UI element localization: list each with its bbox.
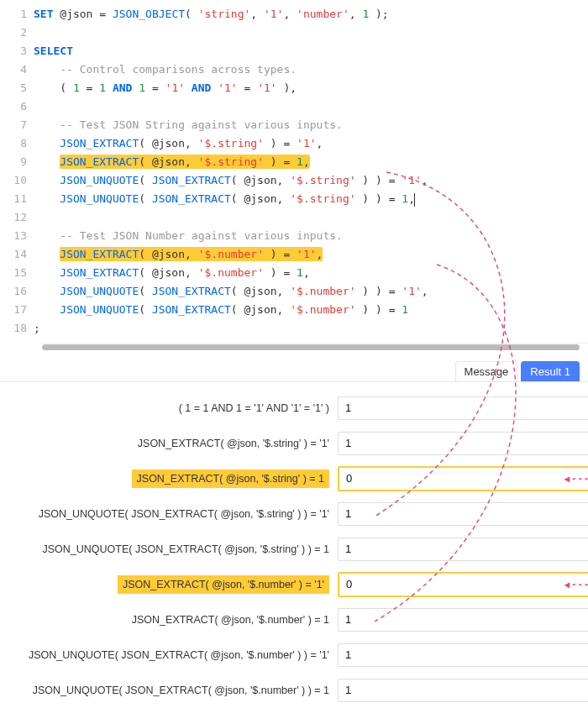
result-row: ( 1 = 1 AND 1 = '1' AND '1' = '1' )1 xyxy=(0,391,588,426)
result-label: JSON_EXTRACT( @json, '$.number' ) = '1' xyxy=(0,575,329,594)
result-row: JSON_EXTRACT( @json, '$.number' ) = 11 xyxy=(0,602,588,637)
result-value: 1 xyxy=(338,538,588,561)
result-label: JSON_UNQUOTE( JSON_EXTRACT( @json, '$.nu… xyxy=(0,685,329,696)
code-editor[interactable]: 123456789101112131415161718 SET @json = … xyxy=(0,0,588,343)
result-label: JSON_EXTRACT( @json, '$.string' ) = '1' xyxy=(0,438,329,449)
scrollbar-thumb[interactable] xyxy=(42,344,580,350)
line-number: 6 xyxy=(0,97,27,116)
line-number: 13 xyxy=(0,227,27,245)
code-line[interactable]: ; xyxy=(34,319,588,338)
line-number: 17 xyxy=(0,301,27,319)
result-label: JSON_UNQUOTE( JSON_EXTRACT( @json, '$.nu… xyxy=(0,649,329,661)
code-line[interactable]: -- Test JSON String against various inpu… xyxy=(34,116,588,134)
code-line[interactable]: SET @json = JSON_OBJECT( 'string', '1', … xyxy=(34,5,588,24)
tab-result1[interactable]: Result 1 xyxy=(521,361,580,381)
result-value: 0 xyxy=(338,572,588,597)
text-cursor xyxy=(414,193,415,207)
line-number: 14 xyxy=(0,245,27,264)
line-number: 16 xyxy=(0,282,27,301)
result-label: JSON_EXTRACT( @json, '$.number' ) = 1 xyxy=(0,614,329,626)
result-value: 1 xyxy=(338,608,588,632)
result-value: 1 xyxy=(338,643,588,667)
line-number: 3 xyxy=(0,42,27,60)
line-number: 8 xyxy=(0,134,27,153)
code-line[interactable]: -- Test JSON Number against various inpu… xyxy=(34,227,588,245)
line-gutter: 123456789101112131415161718 xyxy=(0,0,34,343)
result-value: 1 xyxy=(338,502,588,526)
result-value: 1 xyxy=(338,396,588,420)
line-number: 9 xyxy=(0,153,27,171)
code-line[interactable]: JSON_UNQUOTE( JSON_EXTRACT( @json, '$.nu… xyxy=(34,282,588,301)
line-number: 5 xyxy=(0,79,27,97)
line-number: 12 xyxy=(0,208,27,227)
result-row: JSON_UNQUOTE( JSON_EXTRACT( @json, '$.nu… xyxy=(0,637,588,673)
code-line[interactable] xyxy=(34,97,588,116)
code-line[interactable]: -- Control comparisons across types. xyxy=(34,60,588,79)
result-value: 1 xyxy=(338,432,588,455)
tab-message[interactable]: Message xyxy=(455,361,518,381)
code-line[interactable]: JSON_UNQUOTE( JSON_EXTRACT( @json, '$.st… xyxy=(34,190,588,208)
code-line[interactable]: JSON_EXTRACT( @json, '$.number' ) = 1, xyxy=(34,264,588,282)
line-number: 4 xyxy=(0,60,27,79)
code-line[interactable] xyxy=(34,208,588,227)
code-line[interactable]: SELECT xyxy=(34,42,588,60)
code-line[interactable]: JSON_EXTRACT( @json, '$.string' ) = '1', xyxy=(34,134,588,153)
result-row: JSON_UNQUOTE( JSON_EXTRACT( @json, '$.st… xyxy=(0,532,588,567)
result-row: JSON_UNQUOTE( JSON_EXTRACT( @json, '$.st… xyxy=(0,496,588,532)
result-label: ( 1 = 1 AND 1 = '1' AND '1' = '1' ) xyxy=(0,402,329,414)
code-line[interactable] xyxy=(34,24,588,42)
code-line[interactable]: JSON_EXTRACT( @json, '$.string' ) = 1, xyxy=(34,153,588,171)
line-number: 15 xyxy=(0,264,27,282)
result-row: JSON_EXTRACT( @json, '$.string' ) = '1'1 xyxy=(0,426,588,461)
code-line[interactable]: JSON_EXTRACT( @json, '$.number' ) = '1', xyxy=(34,245,588,264)
result-tabs: Message Result 1 xyxy=(0,356,588,382)
result-label: JSON_EXTRACT( @json, '$.string' ) = 1 xyxy=(0,470,329,488)
results-grid: ( 1 = 1 AND 1 = '1' AND '1' = '1' )1JSON… xyxy=(0,382,588,711)
arrow-icon: ◂ - - - xyxy=(564,579,588,590)
line-number: 2 xyxy=(0,24,27,42)
line-number: 11 xyxy=(0,190,27,208)
result-row: JSON_UNQUOTE( JSON_EXTRACT( @json, '$.nu… xyxy=(0,673,588,708)
result-value: 0 xyxy=(338,466,588,491)
code-area[interactable]: SET @json = JSON_OBJECT( 'string', '1', … xyxy=(34,0,588,343)
result-row: JSON_EXTRACT( @json, '$.number' ) = '1'0… xyxy=(0,567,588,602)
result-label: JSON_UNQUOTE( JSON_EXTRACT( @json, '$.st… xyxy=(0,543,329,555)
code-line[interactable]: ( 1 = 1 AND 1 = '1' AND '1' = '1' ), xyxy=(34,79,588,97)
code-line[interactable]: JSON_UNQUOTE( JSON_EXTRACT( @json, '$.nu… xyxy=(34,301,588,319)
result-value: 1 xyxy=(338,679,588,702)
result-row: JSON_EXTRACT( @json, '$.string' ) = 10◂ … xyxy=(0,461,588,496)
line-number: 18 xyxy=(0,319,27,338)
arrow-icon: ◂ - - - xyxy=(564,473,588,485)
line-number: 10 xyxy=(0,171,27,190)
horizontal-scrollbar[interactable] xyxy=(42,343,588,351)
code-line[interactable]: JSON_UNQUOTE( JSON_EXTRACT( @json, '$.st… xyxy=(34,171,588,190)
result-label: JSON_UNQUOTE( JSON_EXTRACT( @json, '$.st… xyxy=(0,508,329,520)
line-number: 1 xyxy=(0,5,27,24)
line-number: 7 xyxy=(0,116,27,134)
